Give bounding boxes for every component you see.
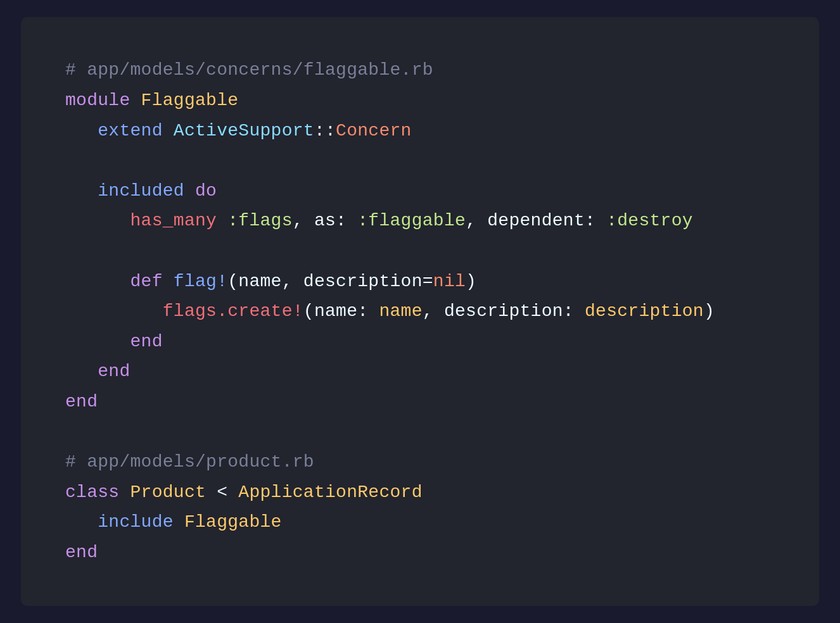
line-13 xyxy=(65,417,775,448)
line-8: def flag!(name, description=nil) xyxy=(65,267,775,297)
line-2: module Flaggable xyxy=(65,85,775,116)
line-16: include Flaggable xyxy=(65,507,775,538)
line-10: end xyxy=(65,327,775,357)
line-15: class Product < ApplicationRecord xyxy=(65,477,775,508)
line-1: # app/models/concerns/flaggable.rb xyxy=(65,55,775,85)
line-5: included do xyxy=(65,176,775,206)
code-block: # app/models/concerns/flaggable.rb modul… xyxy=(65,55,775,567)
line-14: # app/models/product.rb xyxy=(65,447,775,477)
line-9: flags.create!(name: name, description: d… xyxy=(65,296,775,327)
line-3: extend ActiveSupport::Concern xyxy=(65,116,775,146)
line-6: has_many :flags, as: :flaggable, depende… xyxy=(65,206,775,236)
line-4 xyxy=(65,146,775,176)
line-7 xyxy=(65,236,775,267)
line-17: end xyxy=(65,538,775,568)
code-container: # app/models/concerns/flaggable.rb modul… xyxy=(21,17,819,605)
line-11: end xyxy=(65,356,775,387)
line-12: end xyxy=(65,387,775,417)
